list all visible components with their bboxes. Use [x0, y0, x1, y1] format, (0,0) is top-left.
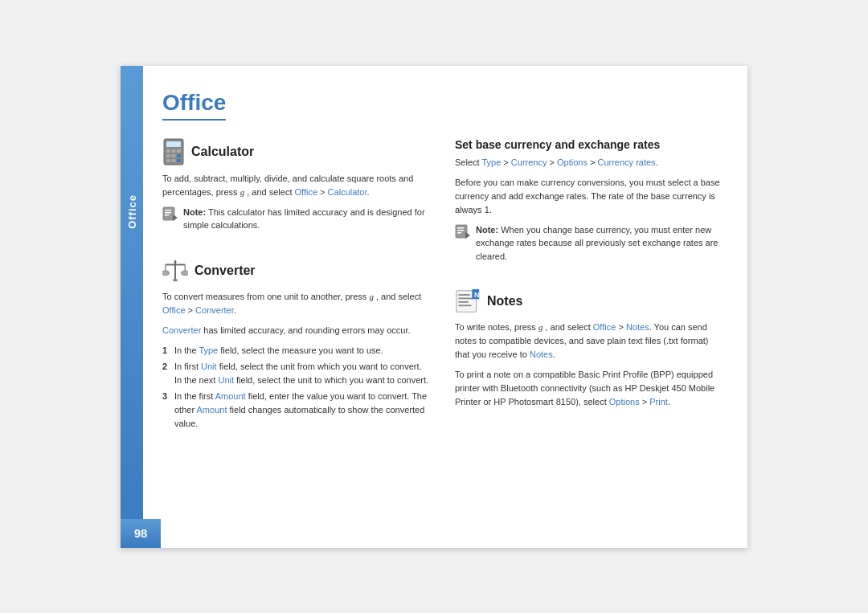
page-number-box: 98 — [121, 519, 161, 548]
currency-note-text: Note: When you change base currency, you… — [476, 223, 723, 264]
converter-link[interactable]: Converter — [195, 305, 234, 315]
unit-link-2[interactable]: Unit — [218, 375, 234, 385]
converter-body2: Converter has limited accuracy, and roun… — [162, 324, 431, 337]
svg-marker-23 — [174, 259, 177, 262]
two-column-layout: Calculator To add, subtract, multiply, d… — [162, 135, 723, 438]
svg-rect-9 — [172, 159, 176, 162]
svg-marker-15 — [173, 215, 178, 221]
svg-rect-1 — [166, 141, 181, 147]
calculator-icon — [162, 138, 185, 166]
print-link[interactable]: Print — [649, 397, 668, 407]
options-link[interactable]: Options — [557, 157, 588, 167]
svg-rect-32 — [458, 301, 468, 303]
notes-office-link[interactable]: Office — [593, 322, 616, 332]
list-item: 2 In first Unit field, select the unit f… — [162, 360, 431, 387]
svg-rect-8 — [166, 159, 170, 162]
svg-rect-22 — [173, 279, 178, 281]
svg-rect-25 — [457, 227, 464, 229]
svg-rect-7 — [177, 154, 181, 157]
svg-rect-26 — [457, 230, 464, 231]
svg-rect-10 — [177, 159, 181, 162]
converter-link2[interactable]: Converter — [162, 325, 201, 335]
svg-rect-13 — [165, 212, 171, 214]
page-number: 98 — [134, 526, 148, 540]
note-icon — [162, 206, 178, 221]
svg-rect-33 — [458, 305, 471, 307]
converter-office-link[interactable]: Office — [162, 305, 186, 315]
notes-body1: To write notes, press g , and select Off… — [455, 321, 723, 362]
notes-body2: To print a note on a compatible Basic Pr… — [455, 368, 723, 409]
calculator-body: To add, subtract, multiply, divide, and … — [162, 172, 431, 199]
currency-title: Set base currency and exchange rates — [455, 138, 660, 151]
converter-title: Converter — [194, 264, 256, 278]
svg-rect-14 — [165, 215, 169, 216]
notes-title: Notes — [487, 294, 522, 309]
svg-rect-30 — [458, 294, 469, 296]
svg-point-21 — [182, 271, 188, 276]
currency-note: Note: When you change base currency, you… — [455, 223, 723, 264]
svg-rect-3 — [172, 149, 176, 153]
right-column: Set base currency and exchange rates Sel… — [455, 135, 723, 438]
unit-link-1[interactable]: Unit — [201, 362, 217, 371]
page-title: Office — [162, 90, 226, 121]
svg-rect-2 — [166, 149, 170, 153]
svg-point-20 — [162, 271, 169, 276]
calculator-title: Calculator — [191, 145, 254, 159]
svg-text:N: N — [474, 291, 479, 299]
svg-rect-31 — [458, 298, 473, 300]
currency-header: Set base currency and exchange rates — [455, 138, 723, 151]
calculator-gt: > — [317, 187, 325, 197]
calculator-note: Note: This calculator has limited accura… — [162, 206, 431, 232]
notes-header: N Notes — [455, 288, 723, 314]
calculator-office-link[interactable]: Office — [295, 187, 318, 197]
side-tab-label: Office — [126, 194, 138, 229]
amount-link-2[interactable]: Amount — [197, 405, 227, 415]
left-column: Calculator To add, subtract, multiply, d… — [162, 135, 431, 438]
svg-marker-28 — [465, 232, 470, 239]
notes-link2[interactable]: Notes — [530, 349, 553, 359]
amount-link-1[interactable]: Amount — [215, 391, 246, 401]
converter-icon — [162, 258, 188, 284]
type-link[interactable]: Type — [481, 157, 501, 167]
list-item: 3 In the first Amount field, enter the v… — [162, 390, 431, 431]
options-link2[interactable]: Options — [609, 397, 640, 407]
type-link-1[interactable]: Type — [199, 345, 218, 355]
notes-icon: N — [455, 288, 481, 314]
svg-rect-5 — [166, 154, 170, 157]
list-item: 1 In the Type field, select the measure … — [162, 344, 431, 358]
calculator-header: Calculator — [162, 138, 431, 166]
svg-rect-27 — [457, 232, 461, 234]
converter-header: Converter — [162, 258, 431, 284]
note-icon-2 — [455, 224, 471, 239]
svg-rect-12 — [165, 210, 171, 211]
currency-rates-link[interactable]: Currency rates — [597, 157, 655, 167]
currency-instruction: Select Type > Currency > Options > Curre… — [455, 156, 723, 170]
currency-body: Before you can make currency conversions… — [455, 176, 723, 217]
calculator-calc-link[interactable]: Calculator — [328, 187, 367, 197]
svg-rect-11 — [163, 207, 174, 220]
main-content: Office — [143, 66, 747, 548]
calculator-note-text: Note: This calculator has limited accura… — [183, 206, 431, 232]
svg-rect-4 — [177, 149, 181, 153]
currency-link[interactable]: Currency — [511, 157, 547, 167]
svg-rect-6 — [172, 154, 176, 157]
svg-rect-24 — [456, 225, 467, 238]
notes-link[interactable]: Notes — [626, 322, 649, 332]
side-tab: Office — [121, 66, 143, 548]
page: Office 98 Office — [121, 66, 747, 548]
converter-body1: To convert measures from one unit to ano… — [162, 290, 431, 317]
converter-list: 1 In the Type field, select the measure … — [162, 344, 431, 431]
